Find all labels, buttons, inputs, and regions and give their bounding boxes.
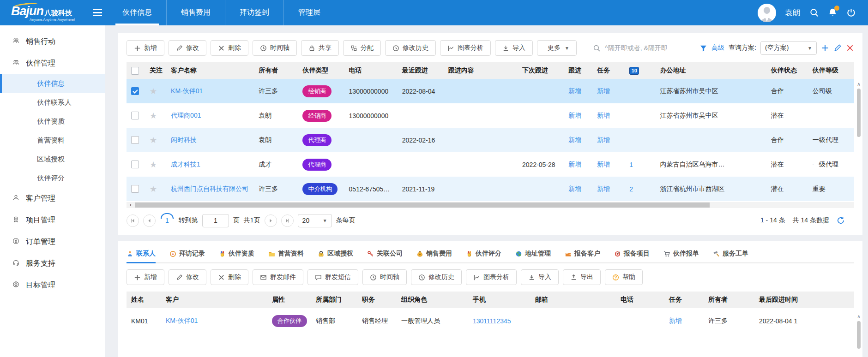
horizontal-scrollbar[interactable]: ‹ bbox=[127, 202, 854, 208]
column-header[interactable]: 最后跟进时间 bbox=[754, 292, 854, 308]
column-header[interactable]: 所有者 bbox=[704, 292, 754, 308]
current-page-indicator[interactable]: 1 bbox=[162, 217, 172, 224]
horizontal-scroll-thumb[interactable] bbox=[135, 202, 710, 208]
star-icon[interactable]: ★ bbox=[150, 184, 157, 194]
toolbar-button[interactable]: 时间轴 bbox=[362, 269, 407, 285]
first-page-button[interactable] bbox=[127, 214, 139, 227]
star-icon[interactable]: ★ bbox=[150, 111, 157, 120]
table-row[interactable]: ★ 代理商001 袁朗 经销商 13000000000 新增 新增 江苏省苏州市… bbox=[127, 103, 854, 128]
sidebar-item[interactable]: 伙伴评分 bbox=[0, 169, 105, 188]
score-badge-icon[interactable]: 10 bbox=[629, 67, 639, 75]
detail-tab[interactable]: 地址管理 bbox=[515, 245, 551, 262]
column-header[interactable]: 办公地址 bbox=[655, 62, 766, 79]
filter-funnel-icon[interactable] bbox=[699, 44, 707, 52]
sidebar-item[interactable]: 目标管理 bbox=[0, 274, 105, 296]
partner-name-link[interactable]: 杭州西门点自科技有限公司 bbox=[171, 185, 248, 192]
advanced-search-link[interactable]: 高级 bbox=[711, 44, 724, 52]
partner-name-link[interactable]: 闲时科技 bbox=[171, 136, 197, 143]
star-icon[interactable]: ★ bbox=[150, 87, 157, 96]
scroll-up-arrow[interactable]: ∧ bbox=[856, 82, 862, 87]
column-header[interactable]: 关注 bbox=[145, 62, 166, 79]
table-row[interactable]: ★ 闲时科技 袁朗 代理商 2022-02-16 新增 新增 bbox=[127, 128, 854, 152]
task-add-link[interactable]: 新增 bbox=[597, 112, 610, 119]
detail-tab[interactable]: 报备项目 bbox=[614, 245, 650, 262]
toolbar-button[interactable]: 导出 bbox=[563, 269, 601, 285]
partner-name-link[interactable]: 成才科技1 bbox=[171, 161, 200, 168]
toolbar-button[interactable]: 群发邮件 bbox=[253, 269, 303, 285]
partner-name-link[interactable]: 代理商001 bbox=[171, 112, 201, 119]
toolbar-button[interactable]: 图表分析 bbox=[466, 269, 517, 285]
toolbar-button[interactable]: 共享 ▼ bbox=[301, 40, 339, 56]
toolbar-button[interactable]: 修改 ▼ bbox=[169, 40, 206, 56]
search-icon[interactable] bbox=[809, 8, 819, 18]
column-header[interactable]: 下次跟进 bbox=[518, 62, 564, 79]
toolbar-button[interactable]: 新增 bbox=[127, 269, 164, 285]
delete-scheme-icon[interactable] bbox=[846, 44, 854, 52]
task-add-link[interactable]: 新增 bbox=[597, 185, 610, 192]
top-nav-tab[interactable]: 销售费用 bbox=[167, 0, 225, 25]
row-checkbox[interactable] bbox=[131, 136, 139, 144]
notifications-bell[interactable] bbox=[828, 7, 838, 18]
sidebar-item[interactable]: 销售行动 bbox=[0, 31, 105, 53]
score-count-link[interactable]: 1 bbox=[629, 161, 633, 168]
toolbar-button[interactable]: 群发短信 bbox=[307, 269, 358, 285]
table-row[interactable]: ★ 成才科技1 成才 代理商 2022-05-28 新增 新增 1 内蒙古自治区… bbox=[127, 152, 854, 177]
select-all-checkbox[interactable] bbox=[131, 67, 139, 75]
column-header[interactable]: 手机 bbox=[468, 292, 530, 308]
user-avatar[interactable] bbox=[758, 4, 776, 22]
scroll-up-arrow[interactable]: ∧ bbox=[856, 314, 862, 320]
column-header[interactable]: 伙伴类型 bbox=[298, 62, 344, 79]
sidebar-item[interactable]: 订单管理 bbox=[0, 231, 105, 253]
power-icon[interactable] bbox=[846, 8, 856, 18]
sidebar-item[interactable]: 区域授权 bbox=[0, 150, 105, 169]
toolbar-button[interactable]: 新增 ▼ bbox=[127, 40, 164, 56]
toolbar-button[interactable]: 时间轴 ▼ bbox=[253, 40, 297, 56]
last-page-button[interactable] bbox=[281, 214, 294, 227]
top-nav-tab[interactable]: 拜访签到 bbox=[225, 0, 284, 25]
task-add-link[interactable]: 新增 bbox=[597, 87, 610, 95]
follow-add-link[interactable]: 新增 bbox=[568, 185, 581, 192]
page-size-select[interactable]: 20 ▼ bbox=[298, 214, 332, 227]
score-count-link[interactable]: 2 bbox=[629, 185, 633, 193]
top-nav-tab[interactable]: 管理层 bbox=[284, 0, 335, 25]
scroll-left-arrow[interactable]: ‹ bbox=[127, 202, 134, 208]
sidebar-item[interactable]: 客户管理 bbox=[0, 188, 105, 209]
page-number-input[interactable] bbox=[202, 214, 229, 227]
column-header[interactable]: 伙伴状态 bbox=[766, 62, 808, 79]
detail-tab[interactable]: 首营资料 bbox=[268, 245, 304, 262]
task-add-link[interactable]: 新增 bbox=[597, 161, 610, 168]
table-row[interactable]: ★ 杭州西门点自科技有限公司 许三多 中介机构 0512-67505222 20… bbox=[127, 177, 854, 201]
column-header[interactable]: 客户 bbox=[161, 292, 267, 308]
star-icon[interactable]: ★ bbox=[150, 160, 157, 169]
detail-tab[interactable]: 区域授权 bbox=[318, 245, 353, 262]
column-header[interactable]: 客户名称 bbox=[166, 62, 254, 79]
follow-add-link[interactable]: 新增 bbox=[568, 87, 581, 95]
column-header[interactable]: 最近跟进 bbox=[398, 62, 444, 79]
username[interactable]: 袁朗 bbox=[785, 7, 801, 18]
table-row[interactable]: ★ KM-伙伴01 许三多 经销商 13000000000 2022-08-04… bbox=[127, 79, 854, 103]
toolbar-button[interactable]: 分配 ▼ bbox=[343, 40, 381, 56]
toolbar-button[interactable]: 修改历史 bbox=[411, 269, 462, 285]
toolbar-button[interactable]: 更多 ▼ bbox=[537, 40, 577, 56]
detail-tab[interactable]: 联系人 bbox=[127, 245, 156, 262]
refresh-icon[interactable] bbox=[837, 216, 845, 225]
toolbar-button[interactable]: 导入 ▼ bbox=[495, 40, 533, 56]
toolbar-button[interactable]: 删除 ▼ bbox=[211, 40, 248, 56]
column-header[interactable]: 邮箱 bbox=[530, 292, 616, 308]
sidebar-item[interactable]: 首营资料 bbox=[0, 131, 105, 150]
toolbar-button[interactable]: 导入 bbox=[521, 269, 559, 285]
follow-add-link[interactable]: 新增 bbox=[568, 161, 581, 168]
task-add-link[interactable]: 新增 bbox=[669, 317, 682, 324]
row-checkbox[interactable] bbox=[131, 112, 139, 119]
toolbar-button[interactable]: 帮助 bbox=[605, 269, 643, 285]
detail-tab[interactable]: 伙伴报单 bbox=[663, 245, 699, 262]
sidebar-item[interactable]: 伙伴联系人 bbox=[0, 93, 105, 112]
detail-tab[interactable]: 服务工单 bbox=[713, 245, 748, 262]
column-header[interactable]: 电话 bbox=[616, 292, 664, 308]
follow-add-link[interactable]: 新增 bbox=[568, 136, 581, 143]
column-header[interactable]: 所有者 bbox=[254, 62, 298, 79]
table-row[interactable]: KM01 KM-伙伴01 合作伙伴 销售部 销售经理 一般管理人员 130111… bbox=[127, 308, 854, 333]
sidebar-item[interactable]: 服务支持 bbox=[0, 253, 105, 274]
column-header[interactable]: 跟进 bbox=[564, 62, 592, 79]
column-header[interactable]: 属性 bbox=[267, 292, 311, 308]
